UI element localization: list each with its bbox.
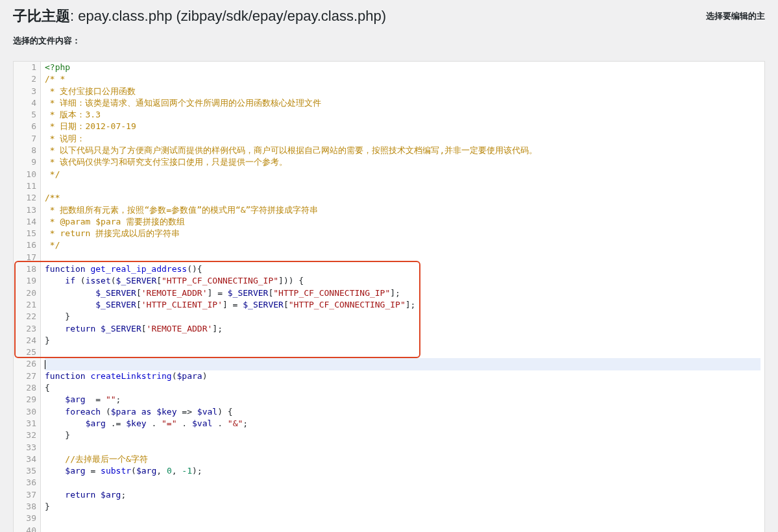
line-number: 14 — [14, 216, 40, 228]
line-number: 38 — [14, 501, 40, 513]
line-number: 23 — [14, 323, 40, 335]
code-line[interactable]: * 支付宝接口公用函数 — [45, 86, 760, 97]
line-number: 19 — [14, 275, 40, 287]
line-number: 6 — [14, 121, 40, 132]
code-line[interactable]: $_SERVER['REMOTE_ADDR'] = $_SERVER["HTTP… — [45, 287, 760, 299]
code-line[interactable]: /** — [45, 192, 760, 204]
line-number: 11 — [14, 180, 40, 192]
code-line[interactable]: * 该代码仅供学习和研究支付宝接口使用，只是提供一个参考。 — [45, 156, 760, 168]
line-number: 5 — [14, 109, 40, 121]
line-number: 21 — [14, 299, 40, 311]
code-line[interactable]: return $arg; — [45, 489, 760, 501]
page-title: 子比主题: epay.class.php (zibpay/sdk/epay/ep… — [13, 6, 386, 26]
code-line[interactable]: $arg = substr($arg, 0, -1); — [45, 465, 760, 477]
code-line[interactable] — [45, 442, 760, 453]
code-area[interactable]: <?php/* * * 支付宝接口公用函数 * 详细：该类是请求、通知返回两个文… — [41, 62, 764, 532]
line-number: 25 — [14, 346, 40, 358]
line-number: 40 — [14, 525, 40, 532]
code-editor[interactable]: 1234567891011121314151617181920212223242… — [13, 61, 765, 532]
code-line[interactable]: function createLinkstring($para) — [45, 370, 760, 382]
line-number: 3 — [14, 86, 40, 97]
line-number: 39 — [14, 513, 40, 524]
content-label: 选择的文件内容： — [13, 35, 765, 47]
line-number: 18 — [14, 263, 40, 275]
select-theme-label: 选择要编辑的主 — [706, 10, 765, 22]
code-line[interactable]: * 详细：该类是请求、通知返回两个文件所调用的公用函数核心处理文件 — [45, 97, 760, 109]
code-line[interactable]: * 把数组所有元素，按照“参数=参数值”的模式用“&”字符拼接成字符串 — [45, 204, 760, 216]
code-line[interactable]: */ — [45, 239, 760, 251]
line-number: 27 — [14, 370, 40, 382]
code-line[interactable]: //去掉最后一个&字符 — [45, 453, 760, 465]
line-number: 15 — [14, 228, 40, 239]
line-number: 8 — [14, 145, 40, 156]
code-line[interactable]: function get_real_ip_address(){ — [45, 263, 760, 275]
line-number: 4 — [14, 97, 40, 109]
text-cursor — [45, 360, 45, 369]
code-line[interactable]: * 以下代码只是为了方便商户测试而提供的样例代码，商户可以根据自己网站的需要，按… — [45, 145, 760, 156]
code-line[interactable]: /* * — [45, 73, 760, 85]
code-line[interactable] — [45, 180, 760, 192]
line-number: 7 — [14, 133, 40, 145]
line-number: 26 — [14, 358, 40, 370]
line-number: 12 — [14, 192, 40, 204]
line-number: 30 — [14, 406, 40, 418]
editor-header: 子比主题: epay.class.php (zibpay/sdk/epay/ep… — [0, 0, 778, 52]
line-number: 28 — [14, 382, 40, 394]
code-line[interactable]: $arg = ""; — [45, 394, 760, 405]
code-line[interactable] — [45, 525, 760, 532]
code-line[interactable]: * @param $para 需要拼接的数组 — [45, 216, 760, 228]
code-line[interactable] — [45, 346, 760, 358]
line-number: 1 — [14, 62, 40, 73]
code-line[interactable]: } — [45, 429, 760, 441]
line-number: 9 — [14, 156, 40, 168]
line-number: 37 — [14, 489, 40, 501]
code-line[interactable] — [45, 252, 760, 263]
code-line[interactable]: * return 拼接完成以后的字符串 — [45, 228, 760, 239]
code-line[interactable]: <?php — [45, 62, 760, 73]
line-number: 34 — [14, 453, 40, 465]
line-number: 33 — [14, 442, 40, 453]
code-line[interactable]: */ — [45, 169, 760, 180]
code-line[interactable]: foreach ($para as $key => $val) { — [45, 406, 760, 418]
line-number: 36 — [14, 477, 40, 489]
code-line[interactable] — [45, 358, 760, 370]
code-line[interactable]: * 日期：2012-07-19 — [45, 121, 760, 132]
code-line[interactable] — [45, 513, 760, 524]
line-number: 32 — [14, 429, 40, 441]
line-number: 17 — [14, 252, 40, 263]
line-number: 31 — [14, 418, 40, 429]
code-line[interactable]: } — [45, 311, 760, 322]
code-line[interactable]: if (isset($_SERVER["HTTP_CF_CONNECTING_I… — [45, 275, 760, 287]
line-number: 20 — [14, 287, 40, 299]
code-line[interactable] — [45, 477, 760, 489]
line-number: 13 — [14, 204, 40, 216]
code-line[interactable]: * 版本：3.3 — [45, 109, 760, 121]
code-line[interactable]: } — [45, 335, 760, 346]
code-line[interactable]: $_SERVER['HTTP_CLIENT_IP'] = $_SERVER["H… — [45, 299, 760, 311]
code-line[interactable]: * 说明： — [45, 133, 760, 145]
line-number: 2 — [14, 73, 40, 85]
line-number: 10 — [14, 169, 40, 180]
line-gutter: 1234567891011121314151617181920212223242… — [14, 62, 41, 532]
line-number: 35 — [14, 465, 40, 477]
line-number: 24 — [14, 335, 40, 346]
line-number: 22 — [14, 311, 40, 322]
line-number: 29 — [14, 394, 40, 405]
code-line[interactable]: { — [45, 382, 760, 394]
line-number: 16 — [14, 239, 40, 251]
code-line[interactable]: $arg .= $key . "=" . $val . "&"; — [45, 418, 760, 429]
code-line[interactable]: return $_SERVER['REMOTE_ADDR']; — [45, 323, 760, 335]
code-line[interactable]: } — [45, 501, 760, 513]
